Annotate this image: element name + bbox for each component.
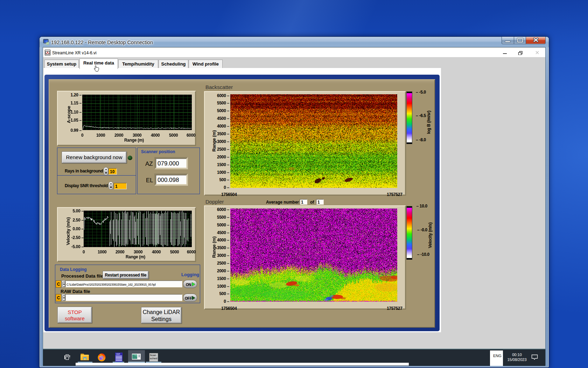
svg-text:VEER: VEER [116, 353, 120, 355]
